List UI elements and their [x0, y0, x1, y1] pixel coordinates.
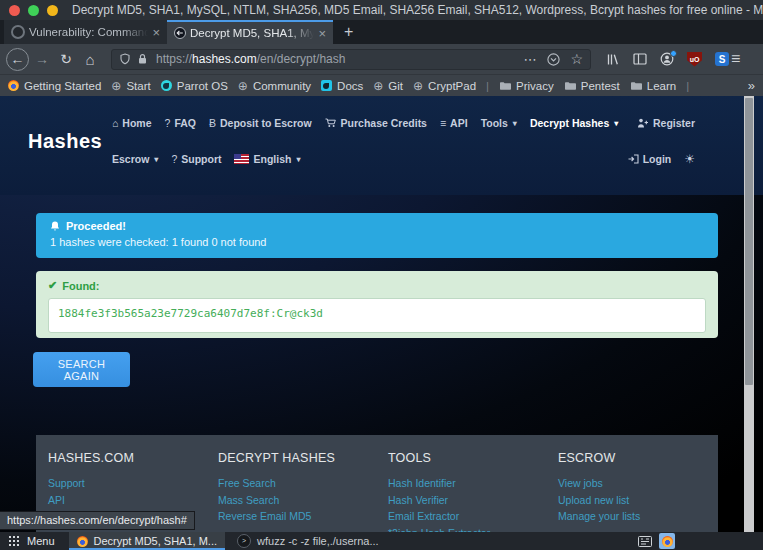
login-icon	[628, 154, 639, 164]
window-maximize-button[interactable]	[28, 5, 39, 16]
tab-vulnerability[interactable]: Vulnerability: Command ×	[4, 20, 167, 44]
footer-link-api[interactable]: API	[48, 494, 218, 506]
nav-decrypt-hashes-dropdown[interactable]: Decrypt Hashes ▾	[530, 117, 618, 129]
nav-home[interactable]: ⌂ Home	[112, 117, 152, 129]
bookmark-label: Git	[388, 80, 403, 92]
tab-close-icon[interactable]: ×	[318, 27, 326, 40]
footer-link-upload-new-list[interactable]: Upload new list	[558, 494, 728, 506]
alert-proceeded: Proceeded! 1 hashes were checked: 1 foun…	[36, 213, 718, 258]
notification-dot	[670, 50, 677, 57]
globe-icon: ⊕	[111, 80, 121, 92]
firefox-icon	[77, 536, 88, 547]
chevron-down-icon: ▾	[154, 155, 158, 164]
nav-deposit-escrow[interactable]: Ƀ Deposit to Escrow	[209, 117, 312, 129]
home-icon: ⌂	[112, 117, 118, 129]
footer-link-hash-verifier[interactable]: Hash Verifier	[388, 494, 558, 506]
theme-toggle-sun-icon[interactable]: ☀	[684, 152, 695, 166]
question-icon: ?	[171, 153, 177, 165]
taskbar-task-terminal[interactable]: > wfuzz -c -z file,./userna...	[229, 532, 387, 550]
footer-link-view-jobs[interactable]: View jobs	[558, 477, 728, 489]
taskbar-task-firefox[interactable]: Decrypt MD5, SHA1, M...	[69, 532, 225, 550]
nav-api[interactable]: ≡ API	[440, 117, 468, 129]
bookmark-star-icon[interactable]: ☆	[570, 51, 583, 67]
footer-column-escrow: ESCROW View jobs Upload new list Manage …	[558, 451, 728, 532]
bookmark-separator: |	[486, 80, 489, 92]
back-button[interactable]: ←	[6, 48, 29, 71]
s-extension-icon[interactable]: S	[715, 52, 729, 66]
footer-link-mass-search[interactable]: Mass Search	[218, 494, 388, 506]
reload-button[interactable]: ↻	[55, 51, 77, 67]
new-tab-button[interactable]: +	[333, 20, 364, 44]
nav-language-dropdown[interactable]: English ▾	[234, 153, 300, 165]
footer-heading: DECRYPT HASHES	[218, 451, 388, 465]
bookmark-label: Start	[126, 80, 150, 92]
bookmark-folder-privacy[interactable]: Privacy	[499, 80, 554, 92]
globe-icon: ⊕	[238, 80, 248, 92]
bookmark-label: Docs	[337, 80, 363, 92]
check-icon: ✔	[48, 279, 57, 292]
footer-link-free-search[interactable]: Free Search	[218, 477, 388, 489]
found-hash-textarea[interactable]: 1884fe3f3b565a23e7729ca6407d7e8f:Cr@ck3d	[48, 298, 706, 333]
taskbar-menu-button[interactable]: Menu	[0, 532, 63, 550]
footer-link-support[interactable]: Support	[48, 477, 218, 489]
lock-icon	[137, 53, 148, 65]
nav-escrow-dropdown[interactable]: Escrow ▾	[112, 153, 158, 165]
tab-title: Decrypt MD5, SHA1, My	[190, 27, 314, 39]
question-icon: ?	[165, 117, 171, 129]
hashes-favicon	[174, 27, 186, 39]
bookmark-label: Privacy	[516, 80, 554, 92]
site-logo[interactable]: Hashes	[28, 130, 102, 153]
scrollbar-thumb[interactable]	[745, 98, 753, 385]
bookmark-parrot-os[interactable]: Parrot OS	[161, 80, 228, 92]
bookmark-community[interactable]: ⊕ Community	[238, 80, 311, 92]
nav-faq[interactable]: ? FAQ	[165, 117, 196, 129]
terminal-icon: >	[237, 534, 251, 548]
page-scrollbar[interactable]	[744, 96, 754, 532]
ublock-origin-icon[interactable]: uO	[687, 52, 702, 67]
bookmark-start[interactable]: ⊕ Start	[111, 80, 150, 92]
window-close-button[interactable]	[9, 5, 20, 16]
system-tray	[638, 532, 675, 550]
footer-link-email-extractor[interactable]: Email Extractor	[388, 510, 558, 522]
bookmark-getting-started[interactable]: Getting Started	[8, 80, 101, 92]
url-text[interactable]: https://hashes.com/en/decrypt/hash	[156, 52, 515, 66]
window-minimize-button[interactable]	[47, 5, 58, 16]
pocket-icon[interactable]	[547, 53, 560, 66]
task-label: Decrypt MD5, SHA1, M...	[94, 535, 217, 547]
tracking-shield-icon[interactable]	[119, 53, 131, 65]
nav-login[interactable]: Login	[628, 153, 672, 165]
alert-title-text: Proceeded!	[66, 220, 126, 232]
footer-link-reverse-email-md5[interactable]: Reverse Email MD5	[218, 510, 388, 522]
nav-support[interactable]: ? Support	[171, 153, 221, 165]
footer-link-hash-identifier[interactable]: Hash Identifier	[388, 477, 558, 489]
library-icon[interactable]	[606, 53, 620, 66]
bookmark-git[interactable]: ⊕ Git	[373, 80, 403, 92]
url-domain: hashes.com	[192, 52, 257, 66]
bookmark-folder-learn[interactable]: Learn	[630, 80, 676, 92]
bookmarks-overflow-chevron[interactable]: »	[748, 78, 755, 93]
bookmark-folder-pentest[interactable]: Pentest	[564, 80, 620, 92]
search-again-button[interactable]: SEARCH AGAIN	[33, 352, 130, 387]
bell-icon	[50, 221, 60, 232]
chevron-down-icon: ▾	[296, 155, 300, 164]
forward-button[interactable]: →	[31, 51, 53, 67]
account-icon[interactable]	[660, 52, 674, 66]
tab-decrypt-hashes[interactable]: Decrypt MD5, SHA1, My ×	[167, 20, 333, 44]
url-bar[interactable]: https://hashes.com/en/decrypt/hash ⋯ ☆	[111, 49, 591, 70]
sidebar-toggle-icon[interactable]	[633, 53, 647, 65]
tab-close-icon[interactable]: ×	[152, 26, 160, 39]
nav-register[interactable]: Register	[637, 117, 695, 129]
home-button[interactable]: ⌂	[79, 51, 101, 68]
page-actions-icon[interactable]: ⋯	[523, 52, 537, 67]
keyboard-layout-icon[interactable]	[638, 536, 652, 547]
folder-icon	[630, 81, 642, 91]
page-viewport: Hashes ⌂ Home ? FAQ Ƀ Deposit to Escrow	[0, 96, 763, 532]
bookmark-cryptpad[interactable]: ⊕ CryptPad	[413, 80, 476, 92]
footer-link-manage-lists[interactable]: Manage your lists	[558, 510, 728, 522]
screen: Decrypt MD5, SHA1, MySQL, NTLM, SHA256, …	[0, 0, 763, 550]
nav-tools-dropdown[interactable]: Tools ▾	[481, 117, 517, 129]
firefox-tray-icon[interactable]	[659, 533, 675, 549]
nav-purchase-credits[interactable]: Purchase Credits	[325, 117, 427, 129]
menu-button[interactable]: ≡	[731, 50, 740, 68]
bookmark-docs[interactable]: Docs	[321, 80, 363, 92]
